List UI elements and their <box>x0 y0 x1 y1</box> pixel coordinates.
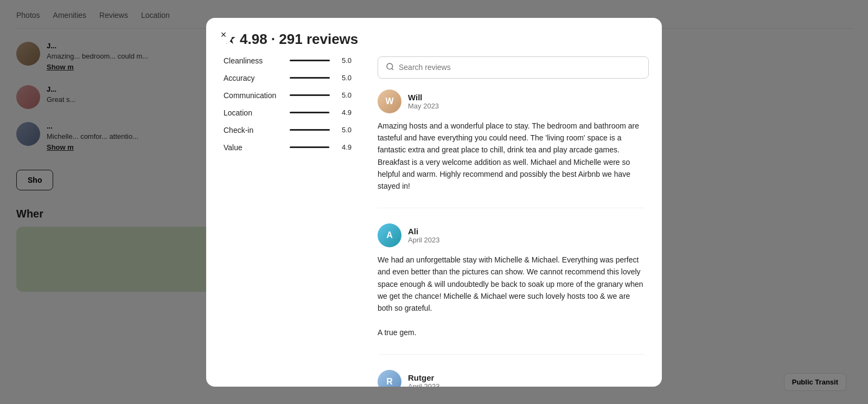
rating-value: 5.0 <box>336 56 352 65</box>
reviews-panel: W Will May 2023 Amazing hosts and a wond… <box>369 56 662 387</box>
reviewer-info-will: W Will May 2023 <box>378 89 644 113</box>
review-text-ali: We had an unforgettable stay with Michel… <box>378 254 644 339</box>
rating-bar <box>290 60 330 61</box>
search-icon <box>386 62 394 73</box>
reviewer-date-rutger: April 2023 <box>408 382 440 387</box>
rating-row-location: Location 4.9 <box>224 108 352 117</box>
rating-bar <box>290 77 330 79</box>
svg-point-0 <box>387 63 393 69</box>
modal-title: 4.98 · 291 reviews <box>240 31 358 48</box>
review-text-will: Amazing hosts and a wonderful place to s… <box>378 120 644 193</box>
rating-value: 5.0 <box>336 126 352 134</box>
reviews-modal: × ★ 4.98 · 291 reviews Cleanliness 5.0 A… <box>206 18 662 387</box>
review-item-ali: A Ali April 2023 We had an unforgettable… <box>378 223 644 355</box>
close-button[interactable]: × <box>215 27 232 44</box>
reviewer-info-ali: A Ali April 2023 <box>378 223 644 247</box>
ratings-panel: Cleanliness 5.0 Accuracy 5.0 Communicati… <box>206 56 369 387</box>
rating-label: Location <box>224 108 283 117</box>
modal-body: Cleanliness 5.0 Accuracy 5.0 Communicati… <box>206 56 662 387</box>
reviewer-name-ali: Ali <box>408 227 440 236</box>
rating-bar <box>290 146 330 148</box>
reviewer-avatar-ali: A <box>378 223 401 247</box>
reviewer-date-will: May 2023 <box>408 102 439 110</box>
rating-value: 4.9 <box>336 108 352 117</box>
rating-row-accuracy: Accuracy 5.0 <box>224 74 352 82</box>
reviewer-avatar-will: W <box>378 89 401 113</box>
rating-row-value: Value 4.9 <box>224 143 352 152</box>
modal-header: ★ 4.98 · 291 reviews <box>206 18 662 56</box>
reviewer-name-rutger: Rutger <box>408 373 440 382</box>
rating-label: Accuracy <box>224 74 283 82</box>
search-bar[interactable] <box>378 56 649 79</box>
reviewer-avatar-rutger: R <box>378 370 401 387</box>
rating-row-communication: Communication 5.0 <box>224 91 352 100</box>
avatar-initial: R <box>386 377 393 387</box>
rating-value: 5.0 <box>336 74 352 82</box>
avatar-initial: A <box>386 230 393 240</box>
rating-label: Check-in <box>224 126 283 134</box>
avatar-initial: W <box>385 97 393 106</box>
rating-label: Cleanliness <box>224 56 283 65</box>
rating-row-cleanliness: Cleanliness 5.0 <box>224 56 352 65</box>
review-item-rutger: R Rutger April 2023 Great stay! Thanks <box>378 370 644 387</box>
rating-row-check-in: Check-in 5.0 <box>224 126 352 134</box>
rating-bar <box>290 129 330 131</box>
reviews-list: W Will May 2023 Amazing hosts and a wond… <box>378 89 649 387</box>
reviewer-date-ali: April 2023 <box>408 236 440 244</box>
review-item-will: W Will May 2023 Amazing hosts and a wond… <box>378 89 644 208</box>
reviewer-info-rutger: R Rutger April 2023 <box>378 370 644 387</box>
rating-value: 4.9 <box>336 143 352 151</box>
svg-line-1 <box>392 68 393 70</box>
search-input[interactable] <box>399 63 641 72</box>
modal-overlay: × ★ 4.98 · 291 reviews Cleanliness 5.0 A… <box>0 0 868 404</box>
rating-bar <box>290 94 330 96</box>
reviewer-name-will: Will <box>408 93 439 102</box>
rating-value: 5.0 <box>336 91 352 99</box>
rating-label: Value <box>224 143 283 152</box>
rating-bar <box>290 112 330 113</box>
rating-label: Communication <box>224 91 283 100</box>
